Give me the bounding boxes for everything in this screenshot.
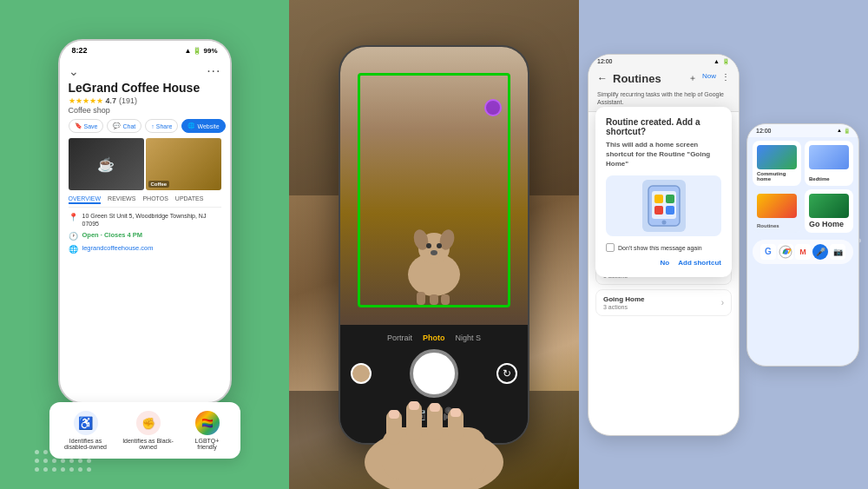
photo-2: Coffee (146, 138, 221, 190)
website-row: 🌐 legrandcoffeehouse.com (69, 244, 221, 254)
mode-photo[interactable]: Photo (423, 334, 445, 342)
badge-label-black: Identifies as Black-owned (122, 438, 174, 450)
checkbox[interactable] (606, 243, 615, 252)
checkbox-label: Don't show this message again (618, 245, 702, 251)
svg-rect-7 (417, 292, 425, 305)
widget-commuting-home[interactable]: Commuting home (753, 141, 801, 186)
routines-header: ← Routines ＋ Now ⋮ (589, 69, 739, 90)
review-count: (191) (119, 96, 137, 105)
chrome-icon (779, 245, 792, 259)
rainbow-flag-icon: 🏳️‍🌈 (195, 411, 220, 435)
dont-show-checkbox[interactable]: Don't show this message again (606, 243, 721, 252)
svg-point-4 (426, 243, 431, 248)
signal-icon: ▲ (185, 47, 192, 55)
flip-camera-button[interactable]: ↻ (496, 363, 517, 384)
camera-gallery-thumb[interactable] (351, 363, 372, 384)
share-button[interactable]: ↑ Share (145, 119, 178, 133)
bedtime-label: Bedtime (809, 176, 849, 182)
dock-chrome-icon[interactable] (778, 244, 793, 260)
routines-title: Routines (613, 72, 683, 85)
left-panel: 8:22 ▲ 🔋 99% ⌄ ··· LeGrand Coffee House … (0, 0, 289, 489)
camera-viewfinder (340, 47, 528, 325)
routines-battery-icon: 🔋 (722, 58, 730, 65)
tab-updates[interactable]: UPDATES (175, 195, 204, 204)
clock-icon: 🕐 (69, 232, 78, 241)
wifi-icon: ▲ (713, 58, 720, 65)
chat-button[interactable]: 💬 Chat (107, 119, 141, 133)
hours-row: 🕐 Open · Closes 4 PM (69, 231, 221, 241)
routines-header-actions: ＋ Now ⋮ (688, 72, 730, 84)
link-icon: 🌐 (69, 245, 78, 254)
dock-photos-icon[interactable]: 📷 (830, 244, 845, 260)
routine-going-home-info: Going Home 3 actions (603, 295, 645, 310)
maps-content: ⌄ ··· LeGrand Coffee House ★★★★★ 4.7 (19… (60, 56, 230, 264)
chevron-down-icon: ⌄ (69, 64, 79, 78)
svg-point-26 (661, 221, 666, 225)
routine-going-home[interactable]: Going Home 3 actions › (595, 289, 732, 316)
widget-routines[interactable]: Routines (753, 189, 801, 233)
dialog-title: Routine created. Add a shortcut? (606, 117, 721, 136)
routines-status-bar: 12:00 ▲ 🔋 (589, 55, 739, 69)
right-panel: 12:00 ▲ 🔋 ← Routines ＋ Now ⋮ Simplify re… (579, 0, 868, 489)
go-home-thumb (809, 194, 849, 218)
add-shortcut-dialog: Routine created. Add a shortcut? This wi… (595, 107, 732, 278)
dialog-text-main: This will add a home screen shortcut for… (606, 141, 698, 158)
dock-mic-icon[interactable]: 🎤 (812, 244, 828, 260)
tab-overview[interactable]: OVERVIEW (69, 195, 102, 204)
website-text: legrandcoffeehouse.com (82, 244, 154, 252)
add-shortcut-button[interactable]: Add shortcut (678, 259, 721, 267)
home-battery-icon: 🔋 (844, 128, 850, 134)
badge-lgbtq: 🏳️‍🌈 LGBTQ+ friendly (185, 411, 230, 450)
add-routine-button[interactable]: ＋ (688, 72, 697, 84)
address-text: 10 Green St Unit 5, Woodbridge Township,… (82, 212, 221, 228)
website-button[interactable]: 🌐 Website (181, 119, 225, 133)
routine-name-going-home: Going Home (603, 295, 645, 303)
commuting-home-label: Commuting home (757, 171, 797, 182)
svg-rect-16 (389, 410, 399, 419)
go-home-label: Go Home (809, 220, 849, 228)
widget-go-home[interactable]: Go Home (805, 189, 853, 233)
shutter-button[interactable] (410, 349, 458, 398)
bookmark-icon: 🔖 (75, 122, 82, 129)
place-name: LeGrand Coffee House (69, 81, 221, 95)
phone-home-illustration (647, 184, 681, 228)
mode-night[interactable]: Night S (456, 334, 482, 342)
tab-photos[interactable]: PHOTOS (142, 195, 168, 204)
no-button[interactable]: No (661, 259, 670, 267)
mode-portrait[interactable]: Portrait (387, 334, 412, 342)
back-arrow-icon[interactable]: ← (597, 72, 608, 84)
badge-black-owned: ✊ Identifies as Black-owned (122, 411, 174, 450)
status-bar: 8:22 ▲ 🔋 99% (60, 41, 230, 56)
action-buttons: 🔖 Save 💬 Chat ↑ Share 🌐 Website (69, 119, 221, 133)
dock-gmail-icon[interactable]: M (795, 244, 811, 260)
dialog-actions: No Add shortcut (606, 259, 721, 267)
lens-overlay (484, 99, 502, 116)
chevron-right-icon-2: › (721, 298, 724, 307)
more-options-icon[interactable]: ⋮ (721, 72, 730, 84)
chat-icon: 💬 (113, 122, 121, 129)
camera-buttons-row: ↻ (351, 349, 517, 398)
svg-rect-8 (430, 294, 438, 305)
dock-google-icon[interactable]: G (760, 244, 776, 260)
hand-svg (330, 393, 538, 490)
star-icons: ★★★★★ (69, 96, 103, 105)
widget-bedtime[interactable]: Bedtime (805, 141, 853, 186)
tab-reviews[interactable]: REVIEWS (108, 195, 135, 204)
home-dock: G M 🎤 📷 (753, 240, 853, 264)
svg-rect-9 (441, 294, 450, 305)
status-time: 8:22 (72, 46, 88, 55)
svg-point-6 (431, 250, 437, 255)
routines-phone: 12:00 ▲ 🔋 ← Routines ＋ Now ⋮ Simplify re… (588, 54, 740, 436)
home-time: 12:00 (756, 128, 772, 134)
globe-icon: 🌐 (187, 122, 195, 129)
disabled-icon: ♿ (74, 411, 98, 435)
dialog-illustration (606, 175, 721, 236)
save-button[interactable]: 🔖 Save (69, 119, 104, 133)
tab-row: OVERVIEW REVIEWS PHOTOS UPDATES (69, 195, 221, 208)
svg-rect-17 (409, 401, 419, 410)
routines-time: 12:00 (597, 58, 613, 65)
more-options-icon[interactable]: ··· (207, 63, 220, 79)
camera-phone: Portrait Photo Night S ↻ 📷 🎥 (339, 45, 529, 445)
location-icon: 📍 (69, 213, 78, 221)
svg-rect-22 (654, 195, 663, 203)
